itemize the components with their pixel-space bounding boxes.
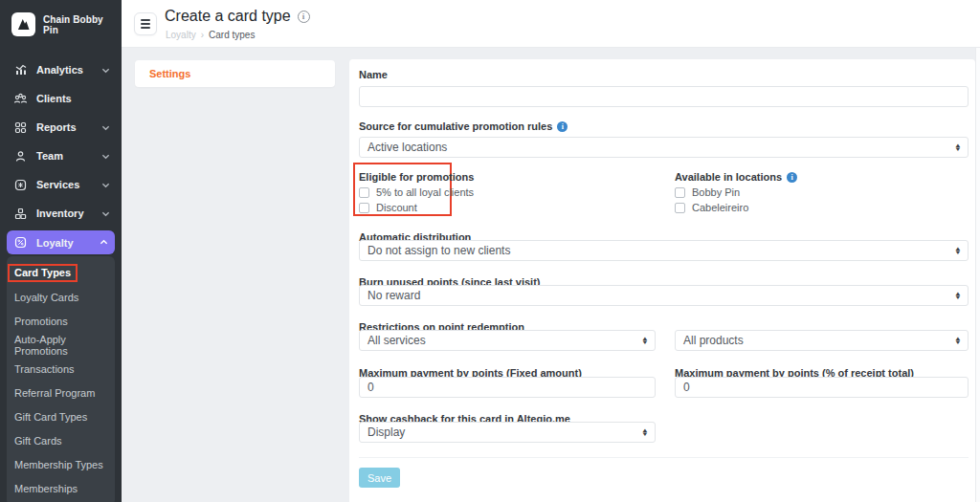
loyalty-submenu: Card Types Loyalty Cards Promotions Auto…: [7, 256, 115, 502]
grid-icon: [13, 120, 28, 135]
burn-points-select[interactable]: No reward ▲▼: [359, 285, 969, 306]
available-locations-info-icon[interactable]: i: [787, 172, 797, 183]
sidebar-nav: Analytics Clients Reports Team: [0, 55, 122, 502]
submenu-item-transactions[interactable]: Transactions: [7, 357, 115, 381]
restrictions-services-select[interactable]: All services ▲▼: [359, 330, 656, 351]
chevron-down-icon: [101, 152, 110, 161]
sidebar-item-label: Services: [36, 179, 101, 190]
restrictions-products-select[interactable]: All products ▲▼: [675, 330, 969, 351]
checkbox-icon[interactable]: [675, 187, 685, 198]
select-stepper-icon: ▲▼: [955, 247, 961, 254]
source-label: Source for cumulative promotion rules i: [359, 120, 568, 132]
checkbox-discount[interactable]: Discount: [359, 202, 417, 213]
title-info-icon[interactable]: i: [298, 11, 310, 23]
source-select[interactable]: Active locations ▲▼: [359, 137, 969, 158]
checkbox-icon[interactable]: [359, 187, 369, 198]
card-type-form: Name Source for cumulative promotion rul…: [349, 59, 975, 502]
cashback-select[interactable]: Display ▲▼: [359, 422, 656, 443]
bar-chart-icon: [13, 63, 28, 77]
sidebar-item-label: Analytics: [36, 64, 101, 76]
sidebar-item-label: Team: [36, 150, 101, 162]
breadcrumb: Loyalty › Card types: [166, 30, 255, 40]
people-icon: [13, 92, 28, 106]
brand[interactable]: Chain Bobby Pin: [0, 0, 122, 46]
sidebar-item-loyalty[interactable]: Loyalty: [7, 230, 115, 254]
select-stepper-icon: ▲▼: [955, 337, 961, 344]
available-locations-label: Available in locations i: [675, 171, 797, 183]
sidebar-item-label: Loyalty: [36, 237, 100, 249]
breadcrumb-loyalty[interactable]: Loyalty: [166, 30, 196, 40]
checkbox-cabeleireiro[interactable]: Cabeleireiro: [675, 202, 748, 213]
chevron-down-icon: [101, 66, 110, 75]
submenu-active-label: Card Types: [8, 264, 78, 282]
sidebar-item-label: Reports: [36, 121, 101, 133]
name-label: Name: [359, 69, 388, 80]
header: Create a card type i Loyalty › Card type…: [122, 0, 980, 48]
checkbox-bobby-pin[interactable]: Bobby Pin: [675, 186, 740, 198]
submenu-item-promotions[interactable]: Promotions: [7, 309, 115, 333]
chevron-down-icon: [101, 123, 110, 132]
person-icon: [13, 149, 28, 164]
select-stepper-icon: ▲▼: [955, 292, 961, 299]
name-input[interactable]: [359, 86, 969, 107]
max-fixed-input[interactable]: [359, 377, 656, 398]
altegio-logo-icon: [11, 12, 35, 36]
page-title: Create a card type: [165, 8, 291, 25]
eligible-label: Eligible for promotions: [359, 171, 474, 183]
chevron-up-icon: [100, 238, 108, 247]
services-icon: [13, 178, 28, 192]
checkbox-icon[interactable]: [675, 203, 685, 213]
tab-settings-label: Settings: [149, 68, 190, 79]
sidebar-item-analytics[interactable]: Analytics: [0, 55, 122, 84]
loyalty-percent-icon: [13, 235, 28, 250]
chevron-down-icon: [101, 181, 110, 189]
sidebar-item-team[interactable]: Team: [0, 142, 122, 170]
hamburger-menu-button[interactable]: [134, 12, 157, 35]
sidebar-item-clients[interactable]: Clients: [0, 84, 122, 113]
breadcrumb-current: Card types: [209, 30, 255, 40]
breadcrumb-separator: ›: [201, 30, 204, 40]
sidebar-item-label: Clients: [36, 93, 110, 104]
source-info-icon[interactable]: i: [557, 121, 568, 132]
sidebar-item-reports[interactable]: Reports: [0, 113, 122, 142]
form-divider: [359, 457, 969, 458]
select-stepper-icon: ▲▼: [955, 143, 961, 151]
checkbox-icon[interactable]: [359, 203, 369, 213]
checkbox-5-percent-loyal-clients[interactable]: 5% to all loyal clients: [359, 186, 474, 198]
submenu-item-referral-program[interactable]: Referral Program: [7, 381, 115, 404]
submenu-item-memberships[interactable]: Memberships: [7, 476, 115, 500]
scrollbar-track[interactable]: [975, 48, 980, 502]
sidebar-item-services[interactable]: Services: [0, 170, 122, 199]
brand-name: Chain Bobby Pin: [43, 14, 110, 35]
submenu-item-membership-types[interactable]: Membership Types: [7, 452, 115, 476]
select-stepper-icon: ▲▼: [642, 337, 648, 344]
select-stepper-icon: ▲▼: [642, 428, 648, 436]
content-area: Settings Name Source for cumulative prom…: [122, 48, 980, 502]
submenu-item-gift-cards[interactable]: Gift Cards: [7, 428, 115, 452]
submenu-item-loyalty-cards[interactable]: Loyalty Cards: [7, 285, 115, 309]
save-button[interactable]: Save: [359, 468, 400, 488]
sidebar: Chain Bobby Pin Analytics Clients Report…: [0, 0, 122, 502]
max-percent-input[interactable]: [675, 377, 969, 398]
submenu-item-gift-card-types[interactable]: Gift Card Types: [7, 404, 115, 428]
sidebar-item-inventory[interactable]: Inventory: [0, 199, 122, 228]
inventory-icon: [13, 207, 28, 221]
auto-distribution-select[interactable]: Do not assign to new clients ▲▼: [359, 240, 969, 261]
tab-settings[interactable]: Settings: [135, 60, 335, 87]
submenu-item-card-types[interactable]: Card Types: [7, 261, 115, 285]
chevron-down-icon: [101, 209, 110, 218]
submenu-item-auto-apply-promotions[interactable]: Auto-Apply Promotions: [7, 333, 115, 357]
sidebar-item-label: Inventory: [36, 207, 101, 219]
